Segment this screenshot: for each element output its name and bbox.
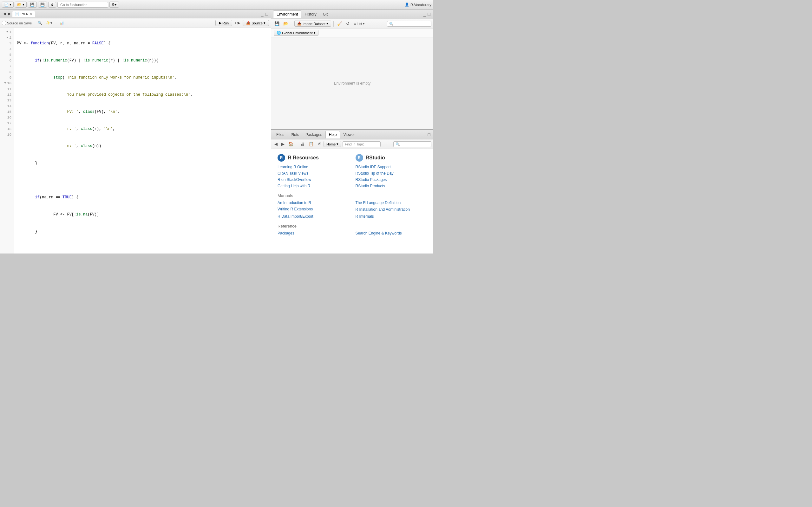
env-toolbar: 💾 📂 📥 Import Dataset ▾ 🧹 ↺ ≡ List ▾ [271, 19, 433, 29]
open-icon: 📂 [17, 3, 21, 7]
compile-btn[interactable]: 📊 [58, 20, 65, 26]
code-content[interactable]: PV <- function(FV, r, n, na.rm = FALSE) … [14, 28, 271, 253]
cran-task-link[interactable]: CRAN Task Views [277, 171, 349, 176]
editor-toolbar: Source on Save 🔍 ✨▾ 📊 ▶ Run ↩▶ 📤 Source … [0, 18, 271, 28]
rstudio-ide-link[interactable]: RStudio IDE Support [356, 165, 427, 169]
help-home-btn[interactable]: 🏠 [287, 141, 295, 147]
rstudio-products-link[interactable]: RStudio Products [356, 184, 427, 188]
forward-btn[interactable]: ▶ [7, 11, 12, 16]
list-view-btn[interactable]: ≡ List ▾ [352, 21, 367, 26]
help-search-input[interactable] [393, 141, 432, 147]
editor-tab-pv[interactable]: 📄 PV.R ✕ [12, 11, 35, 17]
rstudio-tip-link[interactable]: RStudio Tip of the Day [356, 171, 427, 176]
tab-git[interactable]: Git [320, 11, 331, 18]
env-tab-bar: Environment History Git _ □ [271, 9, 433, 19]
source-on-save-label[interactable]: Source on Save [2, 21, 32, 25]
editor-tab-bar: ◀ ▶ 📄 PV.R ✕ _ □ [0, 9, 271, 18]
clear-env-btn[interactable]: 🧹 [336, 20, 344, 26]
env-icon: 🌐 [276, 31, 281, 35]
data-import-link[interactable]: R Data Import/Export [277, 214, 349, 219]
tab-environment[interactable]: Environment [273, 10, 301, 18]
reference-header: Reference [277, 224, 427, 228]
env-minimize-btn[interactable]: _ [422, 12, 427, 17]
env-section: Environment History Git _ □ 💾 📂 📥 Import… [271, 9, 433, 130]
tab-help[interactable]: Help [325, 131, 340, 138]
env-load-btn[interactable]: 📂 [282, 20, 290, 26]
code-area[interactable]: ▼1 ▼2 3 4 5 6 7 8 9 ▼10 11 12 13 14 15 1… [0, 28, 271, 253]
toolbar-separator-2 [56, 20, 56, 26]
r-icon: R [277, 154, 285, 162]
back-btn[interactable]: ◀ [2, 11, 7, 16]
help-find-btn[interactable]: 📋 [307, 141, 315, 147]
stackoverflow-link[interactable]: R on StackOverflow [277, 177, 349, 182]
source-btn[interactable]: 📤 Source ▾ [243, 20, 269, 26]
r-lang-link[interactable]: The R Language Definition [356, 201, 427, 205]
tab-viewer[interactable]: Viewer [340, 131, 358, 138]
help-refresh-btn[interactable]: ↺ [316, 141, 322, 147]
rstudio-icon: R [356, 154, 363, 162]
help-content: R R Resources Learning R Online CRAN Tas… [271, 149, 433, 253]
editor-minimize-btn[interactable]: _ [260, 11, 264, 16]
magic-wand-btn[interactable]: ✨▾ [45, 20, 54, 26]
reference-grid: Packages Search Engine & Keywords [277, 231, 427, 235]
help-tab-bar: Files Plots Packages Help Viewer _ □ [271, 130, 433, 139]
left-panel: ◀ ▶ 📄 PV.R ✕ _ □ Source on Save 🔍 [0, 9, 271, 253]
help-minimize-btn[interactable]: _ [422, 132, 427, 137]
save-btn[interactable]: 💾 [28, 2, 37, 8]
r-resources-col: R R Resources Learning R Online CRAN Tas… [277, 154, 349, 188]
learning-r-link[interactable]: Learning R Online [277, 165, 349, 169]
help-maximize-btn[interactable]: □ [427, 132, 432, 137]
manuals-grid: An Introduction to R The R Language Defi… [277, 201, 427, 219]
list-icon: ≡ [354, 22, 356, 26]
getting-help-link[interactable]: Getting Help with R [277, 184, 349, 188]
packages-link[interactable]: Packages [277, 231, 349, 235]
print-btn[interactable]: 🖨 [48, 2, 56, 8]
tab-files[interactable]: Files [273, 131, 287, 138]
help-sep [297, 141, 297, 147]
env-sep [292, 21, 292, 26]
editor-maximize-btn[interactable]: □ [264, 11, 269, 16]
search-engine-link[interactable]: Search Engine & Keywords [356, 231, 427, 235]
find-topic-input[interactable] [343, 141, 380, 147]
import-icon: 📥 [297, 21, 302, 26]
r-install-link[interactable]: R Installation and Administration [356, 207, 427, 212]
import-dataset-btn[interactable]: 📥 Import Dataset ▾ [294, 20, 331, 26]
env-search-input[interactable] [387, 21, 432, 26]
home-dropdown-btn[interactable]: Home ▾ [323, 141, 341, 147]
env-save-btn[interactable]: 💾 [273, 20, 281, 26]
source-on-save-checkbox[interactable] [2, 21, 6, 25]
intro-r-link[interactable]: An Introduction to R [277, 201, 349, 205]
find-btn[interactable]: 🔍 [37, 20, 44, 26]
main-layout: ◀ ▶ 📄 PV.R ✕ _ □ Source on Save 🔍 [0, 9, 433, 253]
save-all-icon: 💾 [40, 3, 45, 7]
help-back-btn[interactable]: ◀ [273, 141, 279, 147]
help-forward-btn[interactable]: ▶ [280, 141, 286, 147]
tab-plots[interactable]: Plots [287, 131, 302, 138]
tab-close-btn[interactable]: ✕ [30, 12, 32, 16]
save-all-btn[interactable]: 💾 [38, 2, 47, 8]
writing-ext-link[interactable]: Writing R Extensions [277, 207, 349, 212]
rstudio-packages-link[interactable]: RStudio Packages [356, 177, 427, 182]
rstudio-header: R RStudio [356, 154, 427, 162]
line-numbers: ▼1 ▼2 3 4 5 6 7 8 9 ▼10 11 12 13 14 15 1… [0, 28, 14, 253]
help-print-btn[interactable]: 🖨 [299, 141, 306, 147]
go-to-file-input[interactable] [57, 2, 108, 8]
env-maximize-btn[interactable]: □ [427, 12, 432, 17]
tab-label: PV.R [20, 12, 29, 16]
editor-section: ◀ ▶ 📄 PV.R ✕ _ □ Source on Save 🔍 [0, 9, 271, 253]
toolbar-separator [34, 20, 34, 26]
global-env-btn[interactable]: 🌐 Global Environment ▾ [274, 30, 318, 36]
open-file-btn[interactable]: 📂▾ [15, 2, 27, 8]
new-file-btn[interactable]: 📄▾ [2, 2, 14, 8]
save-icon: 💾 [30, 3, 35, 7]
top-toolbar: 📄▾ 📂▾ 💾 💾 🖨 ⚙▾ 👤 R-Vocabulary [0, 0, 433, 9]
r-internals-link[interactable]: R Internals [356, 214, 427, 219]
source-icon: 📤 [246, 21, 251, 25]
tab-packages[interactable]: Packages [302, 131, 325, 138]
tab-history[interactable]: History [301, 11, 319, 18]
tools-btn[interactable]: ⚙▾ [109, 2, 119, 8]
re-run-btn[interactable]: ↩▶ [234, 20, 241, 26]
refresh-env-btn[interactable]: ↺ [345, 20, 351, 26]
right-panel: Environment History Git _ □ 💾 📂 📥 Import… [271, 9, 433, 253]
run-btn[interactable]: ▶ Run [215, 20, 232, 26]
